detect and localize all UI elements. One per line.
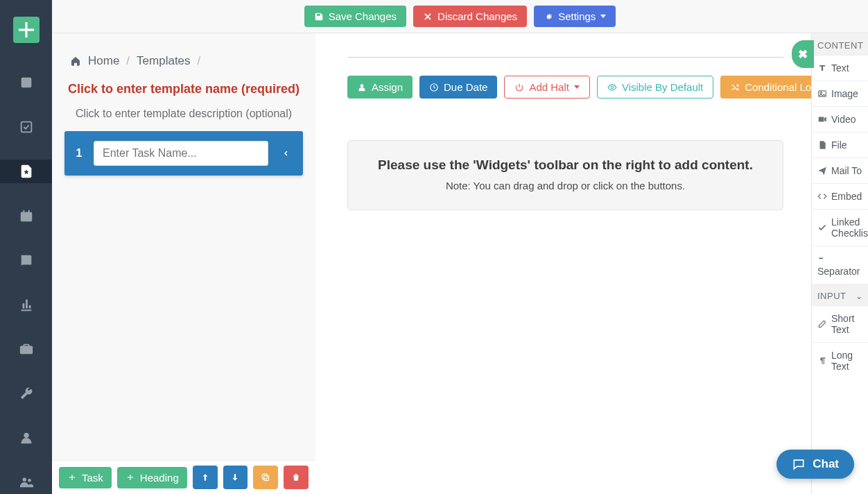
paragraph-icon: [817, 356, 827, 366]
widget-file[interactable]: File: [812, 132, 868, 157]
add-task-button[interactable]: Task: [59, 467, 112, 488]
plus-icon: [67, 472, 77, 482]
book-icon: [19, 253, 34, 268]
gear-icon: [544, 12, 553, 22]
nav-calendar[interactable]: [0, 204, 52, 228]
template-name-input[interactable]: Click to enter template name (required): [52, 78, 315, 103]
content-section-header[interactable]: CONTENT: [812, 33, 868, 55]
add-button[interactable]: [13, 17, 40, 43]
nav-work[interactable]: [0, 337, 52, 361]
settings-button[interactable]: Settings: [534, 6, 616, 27]
task-name-input[interactable]: [94, 141, 268, 166]
widgets-panel: CONTENT Text Image Video File Mail To Em…: [811, 33, 868, 494]
due-date-button[interactable]: Due Date: [419, 76, 497, 99]
briefcase-icon: [19, 341, 34, 357]
nav-user[interactable]: [0, 426, 52, 450]
save-button-label: Save Changes: [329, 10, 397, 22]
plus-icon: [13, 17, 40, 43]
delete-button[interactable]: [284, 466, 309, 489]
chat-widget[interactable]: Chat: [776, 450, 854, 479]
svg-rect-4: [264, 476, 269, 481]
template-desc-input[interactable]: Click to enter template description (opt…: [52, 103, 315, 131]
breadcrumb-home[interactable]: Home: [88, 54, 119, 68]
svg-rect-5: [263, 474, 268, 479]
close-icon: [423, 12, 433, 22]
settings-button-label: Settings: [558, 10, 596, 22]
check-icon: [817, 223, 827, 232]
widget-long-text[interactable]: Long Text: [812, 342, 868, 379]
widget-mailto[interactable]: Mail To: [812, 157, 868, 183]
user-icon: [357, 83, 367, 92]
content-divider: [347, 57, 783, 58]
image-icon: [817, 89, 827, 99]
nav-knowledge[interactable]: [0, 248, 52, 272]
video-icon: [817, 114, 827, 124]
file-star-icon: [19, 164, 34, 179]
caret-down-icon: [574, 85, 580, 89]
widget-label: Mail To: [831, 165, 862, 176]
breadcrumb: Home / Templates /: [52, 47, 315, 78]
wrench-icon: [19, 386, 34, 401]
svg-point-3: [28, 479, 31, 482]
add-halt-button[interactable]: Add Halt: [504, 76, 590, 99]
home-icon: [70, 56, 81, 67]
widget-label: Short Text: [831, 313, 862, 335]
input-section-header[interactable]: INPUT ⌄: [812, 284, 868, 305]
widget-label: File: [831, 139, 847, 151]
move-down-button[interactable]: [223, 466, 248, 489]
assign-label: Assign: [372, 81, 403, 93]
copy-icon: [261, 472, 270, 482]
nav-reports[interactable]: [0, 293, 52, 316]
add-halt-label: Add Halt: [529, 81, 569, 93]
sidebar: [0, 0, 52, 494]
check-square-icon: [19, 119, 34, 135]
add-heading-button[interactable]: Heading: [117, 467, 187, 488]
empty-state-box: Please use the 'Widgets' toolbar on the …: [347, 140, 783, 210]
visible-button[interactable]: Visible By Default: [597, 76, 713, 99]
chevron-left-icon: [281, 149, 290, 157]
close-panel-button[interactable]: ✖: [792, 40, 814, 68]
widget-text[interactable]: Text: [812, 55, 868, 80]
discard-button[interactable]: Discard Changes: [413, 6, 527, 27]
bottom-toolbar: Task Heading: [52, 460, 315, 494]
task-card[interactable]: 1: [64, 131, 303, 176]
clock-icon: [429, 83, 439, 92]
chat-label: Chat: [813, 457, 839, 471]
widget-label: Linked Checklist: [831, 216, 868, 239]
arrow-up-icon: [200, 472, 210, 482]
users-icon: [19, 475, 34, 490]
chat-icon: [792, 457, 806, 471]
visible-label: Visible By Default: [622, 81, 703, 93]
breadcrumb-templates[interactable]: Templates: [137, 54, 190, 68]
nav-settings[interactable]: [0, 382, 52, 405]
save-button[interactable]: Save Changes: [304, 6, 406, 27]
widget-separator[interactable]: Separator: [812, 246, 868, 284]
input-header-label: INPUT: [817, 291, 847, 301]
text-icon: [817, 63, 827, 73]
widget-video[interactable]: Video: [812, 106, 868, 132]
svg-point-1: [24, 433, 28, 438]
widget-short-text[interactable]: Short Text: [812, 305, 868, 342]
widget-image[interactable]: Image: [812, 80, 868, 106]
send-icon: [817, 166, 827, 176]
duplicate-button[interactable]: [253, 466, 278, 489]
widget-label: Long Text: [831, 350, 862, 372]
breadcrumb-sep: /: [198, 54, 201, 68]
move-up-button[interactable]: [193, 466, 218, 489]
empty-state-title: Please use the 'Widgets' toolbar on the …: [369, 157, 762, 173]
widget-label: Separator: [817, 266, 862, 277]
nav-team[interactable]: [0, 470, 52, 494]
add-heading-label: Heading: [140, 472, 179, 484]
nav-tasks[interactable]: [0, 115, 52, 139]
task-collapse-button[interactable]: [278, 146, 293, 161]
shuffle-icon: [730, 83, 740, 92]
minus-icon: [817, 253, 827, 263]
widget-linked-checklist[interactable]: Linked Checklist: [812, 209, 868, 246]
list-icon: [19, 75, 34, 90]
svg-point-10: [820, 92, 822, 94]
chevron-down-icon: ⌄: [856, 291, 863, 301]
nav-templates[interactable]: [0, 160, 52, 183]
widget-embed[interactable]: Embed: [812, 183, 868, 209]
assign-button[interactable]: Assign: [347, 76, 413, 99]
nav-checklists[interactable]: [0, 71, 52, 94]
